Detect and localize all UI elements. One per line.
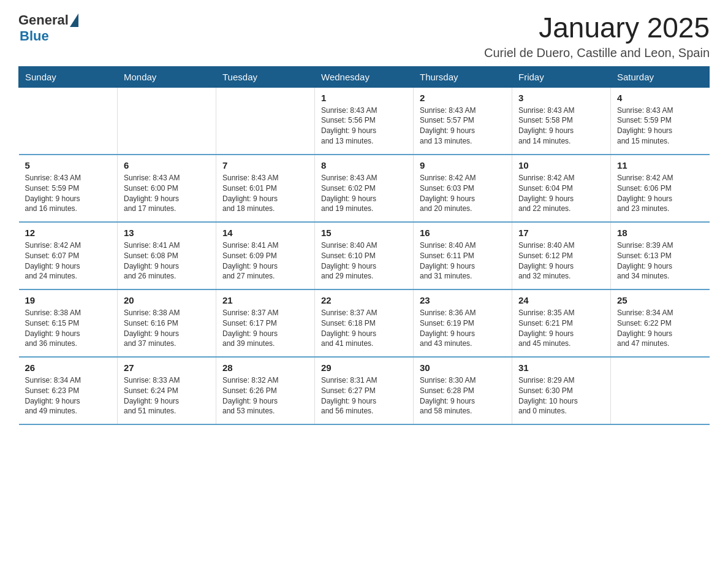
calendar-week-row: 26Sunrise: 8:34 AM Sunset: 6:23 PM Dayli… [19, 357, 710, 424]
day-info: Sunrise: 8:42 AM Sunset: 6:06 PM Dayligh… [617, 173, 703, 214]
calendar-day-cell: 31Sunrise: 8:29 AM Sunset: 6:30 PM Dayli… [512, 357, 611, 424]
calendar-day-cell: 20Sunrise: 8:38 AM Sunset: 6:16 PM Dayli… [118, 289, 216, 357]
day-info: Sunrise: 8:32 AM Sunset: 6:26 PM Dayligh… [222, 375, 308, 416]
calendar-day-cell: 3Sunrise: 8:43 AM Sunset: 5:58 PM Daylig… [512, 87, 611, 155]
calendar-day-cell: 9Sunrise: 8:42 AM Sunset: 6:03 PM Daylig… [414, 155, 512, 222]
calendar-day-cell: 15Sunrise: 8:40 AM Sunset: 6:10 PM Dayli… [315, 222, 414, 289]
calendar-header-day: Thursday [414, 66, 512, 87]
day-number: 4 [617, 93, 703, 103]
day-info: Sunrise: 8:37 AM Sunset: 6:18 PM Dayligh… [321, 308, 407, 349]
calendar-day-cell: 16Sunrise: 8:40 AM Sunset: 6:11 PM Dayli… [414, 222, 512, 289]
day-number: 7 [222, 160, 308, 170]
calendar-day-cell [216, 87, 315, 155]
day-number: 16 [420, 228, 506, 238]
day-number: 20 [124, 295, 210, 305]
calendar-day-cell: 21Sunrise: 8:37 AM Sunset: 6:17 PM Dayli… [216, 289, 315, 357]
day-info: Sunrise: 8:34 AM Sunset: 6:22 PM Dayligh… [617, 308, 703, 349]
calendar-day-cell: 2Sunrise: 8:43 AM Sunset: 5:57 PM Daylig… [414, 87, 512, 155]
day-info: Sunrise: 8:40 AM Sunset: 6:12 PM Dayligh… [518, 240, 604, 282]
day-info: Sunrise: 8:36 AM Sunset: 6:19 PM Dayligh… [420, 308, 506, 349]
day-number: 15 [321, 228, 407, 238]
calendar-header-day: Sunday [19, 66, 118, 87]
calendar-day-cell: 17Sunrise: 8:40 AM Sunset: 6:12 PM Dayli… [512, 222, 611, 289]
day-number: 22 [321, 295, 407, 305]
day-number: 14 [222, 228, 308, 238]
calendar-day-cell: 22Sunrise: 8:37 AM Sunset: 6:18 PM Dayli… [315, 289, 414, 357]
logo-general-text: General [18, 12, 69, 28]
day-info: Sunrise: 8:43 AM Sunset: 6:02 PM Dayligh… [321, 173, 407, 214]
calendar-day-cell: 30Sunrise: 8:30 AM Sunset: 6:28 PM Dayli… [414, 357, 512, 424]
day-number: 10 [518, 160, 604, 170]
day-info: Sunrise: 8:38 AM Sunset: 6:16 PM Dayligh… [124, 308, 210, 349]
day-info: Sunrise: 8:40 AM Sunset: 6:10 PM Dayligh… [321, 240, 407, 282]
day-number: 18 [617, 228, 703, 238]
calendar-week-row: 5Sunrise: 8:43 AM Sunset: 5:59 PM Daylig… [19, 155, 710, 222]
calendar-day-cell [611, 357, 710, 424]
day-info: Sunrise: 8:43 AM Sunset: 5:57 PM Dayligh… [420, 105, 506, 147]
calendar-week-row: 1Sunrise: 8:43 AM Sunset: 5:56 PM Daylig… [19, 87, 710, 155]
calendar-header-row: SundayMondayTuesdayWednesdayThursdayFrid… [19, 66, 710, 87]
calendar-header-day: Friday [512, 66, 611, 87]
calendar-day-cell: 14Sunrise: 8:41 AM Sunset: 6:09 PM Dayli… [216, 222, 315, 289]
calendar-header-day: Wednesday [315, 66, 414, 87]
header: General Blue January 2025 Curiel de Duer… [18, 12, 710, 60]
calendar-day-cell: 10Sunrise: 8:42 AM Sunset: 6:04 PM Dayli… [512, 155, 611, 222]
calendar-day-cell: 13Sunrise: 8:41 AM Sunset: 6:08 PM Dayli… [118, 222, 216, 289]
day-info: Sunrise: 8:43 AM Sunset: 5:56 PM Dayligh… [321, 105, 407, 147]
calendar-day-cell: 29Sunrise: 8:31 AM Sunset: 6:27 PM Dayli… [315, 357, 414, 424]
day-number: 5 [25, 160, 112, 170]
calendar-week-row: 19Sunrise: 8:38 AM Sunset: 6:15 PM Dayli… [19, 289, 710, 357]
day-number: 9 [420, 160, 506, 170]
day-number: 13 [124, 228, 210, 238]
calendar-day-cell: 25Sunrise: 8:34 AM Sunset: 6:22 PM Dayli… [611, 289, 710, 357]
day-info: Sunrise: 8:29 AM Sunset: 6:30 PM Dayligh… [518, 375, 604, 416]
day-number: 12 [25, 228, 112, 238]
day-number: 26 [25, 362, 112, 373]
day-info: Sunrise: 8:41 AM Sunset: 6:09 PM Dayligh… [222, 240, 308, 282]
calendar-day-cell: 5Sunrise: 8:43 AM Sunset: 5:59 PM Daylig… [19, 155, 118, 222]
calendar-day-cell: 23Sunrise: 8:36 AM Sunset: 6:19 PM Dayli… [414, 289, 512, 357]
calendar-day-cell [19, 87, 118, 155]
day-info: Sunrise: 8:38 AM Sunset: 6:15 PM Dayligh… [25, 308, 112, 349]
day-number: 3 [518, 93, 604, 103]
day-info: Sunrise: 8:43 AM Sunset: 5:59 PM Dayligh… [617, 105, 703, 147]
day-number: 31 [518, 362, 604, 373]
calendar-header-day: Saturday [611, 66, 710, 87]
calendar-day-cell: 1Sunrise: 8:43 AM Sunset: 5:56 PM Daylig… [315, 87, 414, 155]
day-info: Sunrise: 8:43 AM Sunset: 6:01 PM Dayligh… [222, 173, 308, 214]
logo: General Blue [18, 12, 78, 44]
day-number: 27 [124, 362, 210, 373]
day-info: Sunrise: 8:40 AM Sunset: 6:11 PM Dayligh… [420, 240, 506, 282]
day-info: Sunrise: 8:43 AM Sunset: 5:59 PM Dayligh… [25, 173, 112, 214]
day-number: 8 [321, 160, 407, 170]
logo-blue-text: Blue [20, 28, 49, 44]
day-info: Sunrise: 8:31 AM Sunset: 6:27 PM Dayligh… [321, 375, 407, 416]
calendar-table: SundayMondayTuesdayWednesdayThursdayFrid… [18, 66, 710, 426]
day-info: Sunrise: 8:42 AM Sunset: 6:07 PM Dayligh… [25, 240, 112, 282]
day-info: Sunrise: 8:39 AM Sunset: 6:13 PM Dayligh… [617, 240, 703, 282]
calendar-day-cell: 26Sunrise: 8:34 AM Sunset: 6:23 PM Dayli… [19, 357, 118, 424]
day-info: Sunrise: 8:43 AM Sunset: 6:00 PM Dayligh… [124, 173, 210, 214]
calendar-day-cell: 11Sunrise: 8:42 AM Sunset: 6:06 PM Dayli… [611, 155, 710, 222]
day-info: Sunrise: 8:41 AM Sunset: 6:08 PM Dayligh… [124, 240, 210, 282]
day-number: 17 [518, 228, 604, 238]
day-number: 2 [420, 93, 506, 103]
calendar-day-cell: 6Sunrise: 8:43 AM Sunset: 6:00 PM Daylig… [118, 155, 216, 222]
calendar-week-row: 12Sunrise: 8:42 AM Sunset: 6:07 PM Dayli… [19, 222, 710, 289]
calendar-day-cell: 12Sunrise: 8:42 AM Sunset: 6:07 PM Dayli… [19, 222, 118, 289]
calendar-day-cell: 28Sunrise: 8:32 AM Sunset: 6:26 PM Dayli… [216, 357, 315, 424]
day-number: 19 [25, 295, 112, 305]
calendar-day-cell [118, 87, 216, 155]
calendar-day-cell: 7Sunrise: 8:43 AM Sunset: 6:01 PM Daylig… [216, 155, 315, 222]
day-number: 6 [124, 160, 210, 170]
day-number: 25 [617, 295, 703, 305]
day-info: Sunrise: 8:42 AM Sunset: 6:03 PM Dayligh… [420, 173, 506, 214]
page-title: January 2025 [484, 12, 710, 44]
title-area: January 2025 Curiel de Duero, Castille a… [484, 12, 710, 60]
day-number: 29 [321, 362, 407, 373]
calendar-header-day: Monday [118, 66, 216, 87]
day-info: Sunrise: 8:35 AM Sunset: 6:21 PM Dayligh… [518, 308, 604, 349]
day-number: 30 [420, 362, 506, 373]
calendar-day-cell: 24Sunrise: 8:35 AM Sunset: 6:21 PM Dayli… [512, 289, 611, 357]
day-number: 21 [222, 295, 308, 305]
